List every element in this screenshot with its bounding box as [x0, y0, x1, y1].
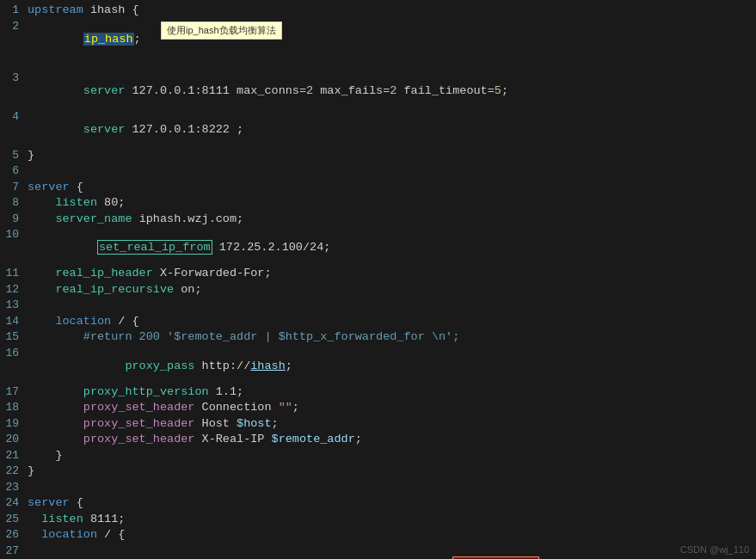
line-11: 11 real_ip_header X-Forwarded-For;	[0, 267, 756, 283]
line-9: 9 server_name iphash.wzj.com;	[0, 212, 756, 229]
line-18: 18 proxy_set_header Connection "";	[0, 401, 756, 417]
server-port-var-1: $server_port	[452, 556, 539, 560]
set-real-ip-directive: set_real_ip_from	[97, 240, 212, 255]
line-1: 1 upstream ihash {	[0, 3, 756, 20]
line-4: 4 server 127.0.0.1:8222 ;	[0, 110, 756, 149]
line-6: 6	[0, 164, 756, 181]
line-3: 3 server 127.0.0.1:8111 max_conns=2 max_…	[0, 71, 756, 110]
line-23: 23	[0, 481, 756, 497]
line-21: 21 }	[0, 449, 756, 465]
line-12: 12 real_ip_recursive on;	[0, 283, 756, 299]
line-15: 15 #return 200 '$remote_addr | $http_x_f…	[0, 330, 756, 347]
line-17: 17 proxy_http_version 1.1;	[0, 385, 756, 402]
ip-hash-keyword: ip_hash	[83, 33, 134, 46]
line-19: 19 proxy_set_header Host $host;	[0, 417, 756, 433]
line-5: 5 }	[0, 149, 756, 165]
line-16: 16 proxy_pass http://ihash;	[0, 347, 756, 385]
line-20: 20 proxy_set_header X-Real-IP $remote_ad…	[0, 433, 756, 449]
watermark: CSDN @wj_110	[680, 544, 749, 555]
ip-hash-tooltip: 使用ip_hash负载均衡算法	[161, 22, 282, 40]
line-27: 27 return 200 '$http_x_forwarded_for | $…	[0, 544, 756, 560]
line-22: 22 }	[0, 464, 756, 481]
line-2: 2 ip_hash; 使用ip_hash负载均衡算法	[0, 20, 756, 71]
line-14: 14 location / {	[0, 315, 756, 331]
line-25: 25 listen 8111;	[0, 513, 756, 529]
line-8: 8 listen 80;	[0, 196, 756, 212]
line-26: 26 location / {	[0, 528, 756, 544]
line-24: 24 server {	[0, 496, 756, 513]
ihash-link: ihash	[250, 359, 286, 372]
line-13: 13	[0, 298, 756, 315]
line-10: 10 set_real_ip_from 172.25.2.100/24;	[0, 228, 756, 267]
line-7: 7 server {	[0, 181, 756, 197]
code-editor: 1 upstream ihash { 2 ip_hash; 使用ip_hash负…	[0, 0, 756, 559]
